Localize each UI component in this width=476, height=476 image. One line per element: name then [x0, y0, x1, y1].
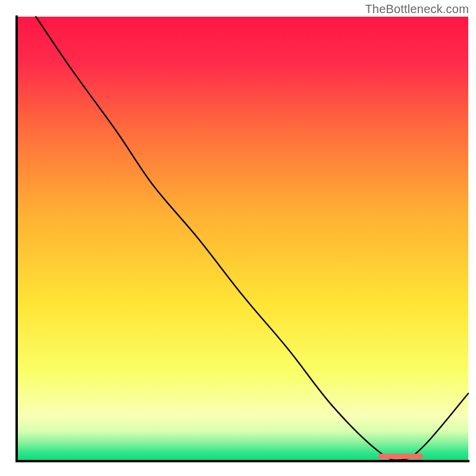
- y-axis: [15, 15, 18, 462]
- bottleneck-chart: [0, 0, 476, 476]
- plot-background: [18, 17, 468, 460]
- watermark-label: TheBottleneck.com: [365, 2, 469, 16]
- chart-svg: [0, 0, 476, 476]
- optimal-range-marker: [378, 454, 424, 459]
